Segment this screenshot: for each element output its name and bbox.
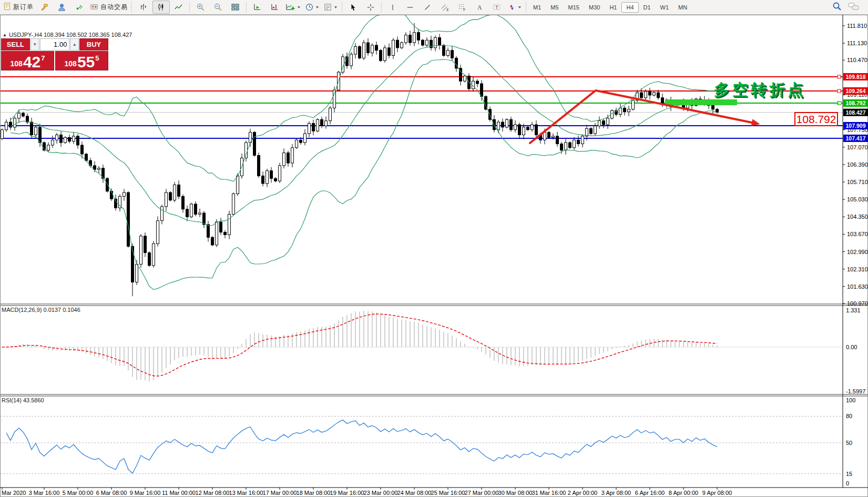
main-toolbar: 新订单 自动交易 (0, 0, 868, 15)
buy-button[interactable]: BUY (79, 38, 108, 50)
label-icon: T (492, 3, 501, 12)
trendline-button[interactable] (418, 1, 436, 14)
arrows-button[interactable] (505, 1, 524, 14)
svg-text:13 Mar 16:00: 13 Mar 16:00 (229, 490, 263, 496)
text-button[interactable]: A (471, 1, 488, 14)
svg-text:109.818: 109.818 (846, 74, 866, 80)
toolbar-separator (342, 2, 342, 13)
auto-scroll-button[interactable] (249, 1, 266, 14)
svg-text:111.810: 111.810 (847, 23, 867, 29)
bar-chart-button[interactable] (135, 1, 152, 14)
symbol-ohlc-text: USDJPY-,H4 108.394 108.502 108.365 108.4… (9, 32, 132, 38)
channel-icon: E (440, 3, 449, 12)
auto-trading-label: 自动交易 (100, 3, 128, 12)
svg-text:9 Apr 08:00: 9 Apr 08:00 (702, 490, 732, 496)
text-icon: A (475, 3, 484, 12)
timeframe-m1[interactable]: M1 (528, 2, 546, 13)
community-button[interactable] (53, 1, 70, 14)
indicators-button[interactable] (283, 1, 303, 14)
horizontal-line-button[interactable] (401, 1, 418, 14)
timeframe-m5[interactable]: M5 (546, 2, 563, 13)
vertical-line-button[interactable] (384, 1, 401, 14)
svg-text:105.710: 105.710 (847, 179, 868, 185)
svg-text:3 Apr 08:00: 3 Apr 08:00 (601, 490, 631, 496)
svg-text:17 Mar 00:00: 17 Mar 00:00 (263, 490, 297, 496)
svg-text:3 Mar 16:00: 3 Mar 16:00 (29, 490, 60, 496)
timeframe-w1[interactable]: W1 (656, 2, 674, 13)
crosshair-button[interactable] (362, 1, 379, 14)
svg-text:107.070: 107.070 (847, 144, 868, 150)
volume-increase-button[interactable]: ▲ (70, 38, 79, 50)
broadcast-icon (75, 3, 84, 12)
zoom-in-button[interactable] (192, 1, 209, 14)
chat-button[interactable] (848, 2, 860, 13)
volume-decrease-button[interactable]: ▼ (30, 38, 39, 50)
cursor-button[interactable] (344, 1, 362, 14)
sell-price-display[interactable]: 108 42 7 (1, 51, 54, 70)
svg-text:5 Mar 00:00: 5 Mar 00:00 (63, 490, 94, 496)
sell-button[interactable]: SELL (1, 38, 30, 50)
candlestick-chart-button[interactable] (152, 1, 170, 14)
timeframe-h4[interactable]: H4 (621, 2, 638, 13)
tile-windows-button[interactable] (227, 1, 244, 14)
buy-price-pips: 55 (77, 55, 95, 69)
auto-trading-button[interactable]: 自动交易 (88, 1, 130, 14)
line-chart-button[interactable] (170, 1, 187, 14)
svg-text:111.130: 111.130 (847, 40, 867, 46)
timeframe-d1[interactable]: D1 (639, 2, 656, 13)
gold-tool-button[interactable] (36, 1, 53, 14)
chart-shift-button[interactable] (266, 1, 283, 14)
sell-price-pips: 42 (23, 55, 40, 69)
svg-text:18 Mar 08:00: 18 Mar 08:00 (297, 490, 331, 496)
svg-text:106.390: 106.390 (847, 161, 868, 168)
zoom-out-icon (213, 3, 222, 12)
periods-button[interactable] (303, 1, 321, 14)
buy-price-display[interactable]: 108 55 5 (55, 51, 108, 70)
line-chart-icon (174, 3, 183, 12)
shapes-icon (507, 3, 516, 12)
one-click-trading-panel: SELL ▼ ▲ BUY 108 42 7 108 55 5 (1, 38, 108, 70)
svg-text:110.470: 110.470 (847, 57, 867, 63)
chevron-down-icon (297, 5, 301, 9)
person-icon (57, 3, 66, 12)
equidistant-channel-button[interactable]: E (436, 1, 453, 14)
chevron-down-icon (518, 5, 522, 9)
templates-button[interactable] (321, 1, 340, 14)
svg-text:102.990: 102.990 (847, 249, 868, 255)
svg-text:50: 50 (846, 440, 852, 446)
svg-text:6 Mar 08:00: 6 Mar 08:00 (96, 490, 127, 496)
buy-price-figure: 108 (65, 60, 77, 67)
toolbar-separator (246, 2, 247, 13)
sell-price-figure: 108 (11, 60, 23, 67)
svg-text:103.670: 103.670 (847, 231, 868, 237)
template-icon (323, 3, 332, 12)
fibonacci-button[interactable]: F (453, 1, 471, 14)
svg-text:107.909: 107.909 (846, 123, 866, 129)
new-order-button[interactable]: 新订单 (1, 1, 36, 14)
zoom-out-button[interactable] (209, 1, 227, 14)
svg-text:100.970: 100.970 (847, 300, 868, 307)
indicators-icon (285, 3, 295, 12)
svg-text:101.630: 101.630 (847, 283, 868, 290)
chevron-down-icon (315, 5, 319, 9)
search-button[interactable] (832, 2, 842, 13)
price-flag-label: 108.792 (794, 112, 838, 126)
svg-text:19 Mar 16:00: 19 Mar 16:00 (330, 490, 364, 496)
timeframe-mn[interactable]: MN (673, 2, 692, 13)
chart-shift-icon (270, 3, 279, 12)
svg-text:E: E (446, 8, 449, 12)
timeframe-h1[interactable]: H1 (605, 2, 621, 13)
vertical-line-icon (389, 3, 397, 12)
timeframe-m15[interactable]: M15 (564, 2, 584, 13)
svg-text:27 Mar 00:00: 27 Mar 00:00 (465, 490, 499, 496)
svg-text:2 Apr 00:00: 2 Apr 00:00 (568, 490, 597, 496)
volume-input[interactable] (40, 39, 69, 50)
rsi-title: RSI(14) 43.5860 (2, 397, 44, 403)
candlestick-icon (157, 3, 166, 12)
signal-button[interactable] (70, 1, 88, 14)
bar-chart-icon (139, 3, 148, 12)
text-label-button[interactable]: T (488, 1, 505, 14)
timeframe-m30[interactable]: M30 (584, 2, 605, 13)
collapse-triangle-icon[interactable]: ▲ (3, 33, 7, 37)
chat-icon (848, 2, 860, 11)
